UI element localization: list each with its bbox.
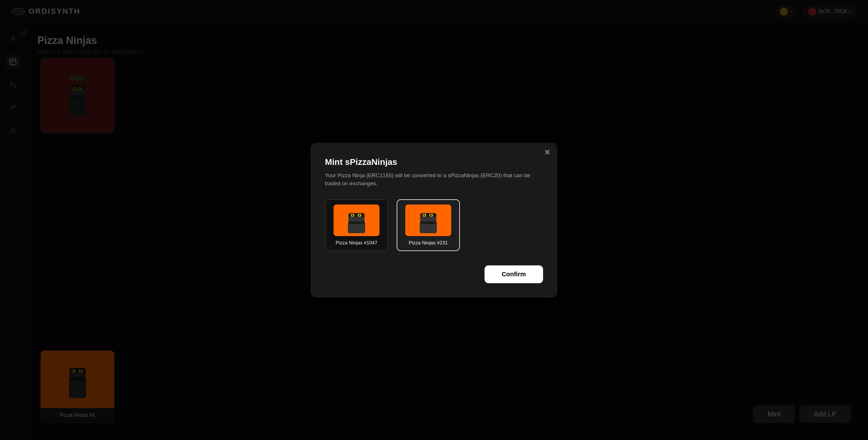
modal-description: Your Pizza Ninja (ERC1155) will be conve… (325, 172, 543, 188)
modal-nft-label-1047: Pizza Ninjas #1047 (336, 240, 377, 246)
modal: ✕ Mint sPizzaNinjas Your Pizza Ninja (ER… (311, 143, 557, 297)
ninja-modal-2-svg (408, 206, 448, 235)
modal-nft-image-231 (405, 205, 451, 236)
modal-nft-card-1047[interactable]: Pizza Ninjas #1047 (325, 199, 388, 251)
modal-nft-image-1047 (334, 205, 379, 236)
modal-title: Mint sPizzaNinjas (325, 157, 543, 167)
modal-close-button[interactable]: ✕ (544, 148, 551, 156)
svg-rect-31 (359, 214, 360, 216)
ninja-modal-1-svg (336, 206, 377, 235)
modal-nft-card-231[interactable]: Pizza Ninjas #231 (397, 199, 460, 251)
modal-overlay: ✕ Mint sPizzaNinjas Your Pizza Ninja (ER… (0, 0, 868, 440)
svg-rect-30 (352, 214, 353, 216)
confirm-button[interactable]: Confirm (485, 265, 543, 283)
modal-nft-label-231: Pizza Ninjas #231 (409, 240, 448, 246)
modal-confirm-row: Confirm (325, 265, 543, 283)
svg-rect-38 (423, 214, 425, 216)
svg-rect-27 (348, 217, 365, 222)
modal-nft-grid: Pizza Ninjas #1047 (325, 199, 543, 251)
svg-rect-35 (420, 217, 436, 222)
svg-rect-39 (430, 214, 432, 216)
